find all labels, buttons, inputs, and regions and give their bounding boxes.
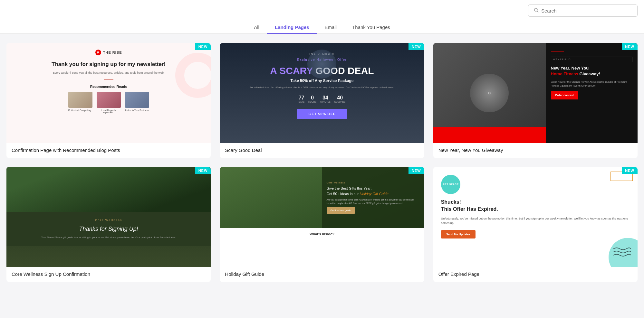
card-title-3: New Year, New You Giveaway	[433, 143, 638, 158]
count-hours: 0 HOURS	[308, 95, 316, 103]
count-minutes: 34 MINUTES	[320, 95, 331, 103]
red-line	[551, 51, 564, 51]
tab-thank-you[interactable]: Thank You Pages	[344, 21, 398, 34]
gift-image: Core Wellness Give the Best Gifts this Y…	[220, 167, 424, 228]
minutes-label: MINUTES	[320, 101, 331, 103]
days-num: 77	[299, 95, 304, 101]
hours-label: HOURS	[308, 101, 316, 103]
blog-thumb-2	[97, 92, 121, 108]
wellness-heading: Thanks for Signing Up!	[79, 226, 138, 232]
new-badge-5: NEW	[409, 167, 424, 174]
card-preview-expired: NEW ART SPACE Shucks! This Offer Has Exp…	[433, 167, 638, 267]
blog-item-3: Listen to Your Business	[124, 92, 150, 114]
seconds-label: SECONDS	[334, 101, 346, 103]
new-badge-1: NEW	[195, 43, 211, 50]
divider-1	[104, 80, 113, 80]
search-input[interactable]	[541, 8, 632, 14]
newyear-text: WAKEFIELD New Year, New You Home Fitness…	[546, 43, 638, 143]
pine-image	[6, 167, 211, 212]
new-badge-2: NEW	[409, 43, 424, 50]
top-bar	[0, 0, 644, 21]
countdown-row: 77 DAYS 0 HOURS 34 MINUTES 40 SECONDS	[299, 95, 346, 103]
count-days: 77 DAYS	[299, 95, 305, 103]
blog-label-1: 19 Kinds of Compelling...	[68, 109, 93, 111]
gift-title: Give the Best Gifts this Year: Get 50+ I…	[327, 186, 420, 196]
blog-item-2: Lead Magnets Explained...	[96, 92, 121, 114]
search-icon	[533, 7, 539, 14]
gift-orange-text: Holiday Gift Guide	[360, 192, 389, 196]
brand-logo-1: R THE RISE	[95, 50, 122, 55]
card-title-4: Core Wellness Sign Up Confirmation	[6, 267, 211, 282]
logo-icon-1: R	[95, 50, 101, 55]
days-label: DAYS	[299, 101, 305, 103]
core-logo-2: Core Wellness	[327, 182, 420, 184]
newyear-heading: New Year, New You Home Fitness Giveaway!	[551, 65, 632, 77]
count-seconds: 40 SECONDS	[334, 95, 346, 103]
art-space-logo: ART SPACE	[441, 175, 460, 194]
minutes-num: 34	[322, 95, 328, 101]
card-preview-gift: NEW Core Wellness Give the Best Gifts th…	[220, 167, 424, 267]
search-box[interactable]	[528, 5, 638, 17]
newyear-desc: Enter Now for the Chance To Win An Exclu…	[551, 80, 632, 88]
card-new-year[interactable]: NEW ⚙ WAKEFIELD New Year, New You Home F…	[433, 43, 638, 158]
hours-num: 0	[311, 95, 314, 101]
card-preview-wellness: NEW Core Wellness Thanks for Signing Up!…	[6, 167, 211, 267]
card-confirmation[interactable]: NEW R THE RISE Thank you for signing up …	[6, 43, 211, 158]
new-badge-6: NEW	[622, 167, 638, 174]
brand-name-1: THE RISE	[103, 51, 122, 54]
gift-text-overlay: Core Wellness Give the Best Gifts this Y…	[322, 167, 424, 228]
blog-item-1: 19 Kinds of Compelling...	[67, 92, 93, 114]
gym-image: ⚙	[433, 43, 546, 143]
get-guide-button[interactable]: Get the free guide	[327, 207, 355, 214]
heading-red: Home Fitness	[551, 71, 578, 76]
svg-line-1	[537, 11, 538, 12]
card-offer-expired[interactable]: NEW ART SPACE Shucks! This Offer Has Exp…	[433, 167, 638, 282]
page-nav: All Landing Pages Email Thank You Pages	[0, 21, 644, 34]
scary-word: A SCARY	[270, 65, 312, 76]
expired-desc: Unfortunately, you've missed out on the …	[441, 216, 630, 226]
blog-row: 19 Kinds of Compelling... Lead Magnets E…	[67, 92, 150, 114]
heading-white: New Year, New You	[551, 66, 589, 70]
blog-label-2: Lead Magnets Explained...	[96, 109, 121, 114]
blog-thumb-3	[125, 92, 149, 108]
tab-all[interactable]: All	[246, 21, 267, 34]
card-title-5: Holiday Gift Guide	[220, 267, 424, 282]
weight-icon: ⚙	[470, 74, 509, 112]
moon-decoration	[307, 50, 336, 79]
pine-overlay	[6, 167, 211, 212]
card-scary-deal[interactable]: NEW INSTA MEDIA Exclusive Halloween Offe…	[220, 43, 424, 158]
new-badge-4: NEW	[195, 167, 211, 174]
decorative-circle	[175, 53, 211, 98]
send-updates-button[interactable]: Send Me Updates	[441, 230, 476, 238]
tab-email[interactable]: Email	[317, 21, 345, 34]
card-title-1: Confirmation Page with Recommended Blog …	[6, 143, 211, 158]
card-preview-newyear: NEW ⚙ WAKEFIELD New Year, New You Home F…	[433, 43, 638, 143]
new-badge-3: NEW	[622, 43, 638, 50]
template-grid: NEW R THE RISE Thank you for signing up …	[0, 34, 644, 291]
seconds-num: 40	[337, 95, 343, 101]
wakefield-brand: WAKEFIELD	[551, 57, 632, 62]
card-preview-scary: NEW INSTA MEDIA Exclusive Halloween Offe…	[220, 43, 424, 143]
red-bar	[433, 127, 546, 143]
wellness-body: Your Secret Santa gift guide is now sitt…	[41, 236, 176, 240]
whats-inside: What's inside?	[220, 228, 424, 240]
core-logo: Core Wellness	[95, 219, 122, 222]
blog-thumb-1	[68, 92, 92, 108]
blog-label-3: Listen to Your Business	[125, 109, 149, 111]
preview-heading-1: Thank you for signing up for my newslett…	[52, 61, 166, 68]
gift-desc: Are you strapped for some cash AND ideas…	[327, 198, 420, 205]
card-preview-confirmation: NEW R THE RISE Thank you for signing up …	[6, 43, 211, 143]
card-title-2: Scary Good Deal	[220, 143, 424, 158]
section-title-1: Recommended Reads	[90, 85, 127, 89]
card-core-wellness[interactable]: NEW Core Wellness Thanks for Signing Up!…	[6, 167, 211, 282]
wellness-text: Core Wellness Thanks for Signing Up! You…	[6, 212, 211, 246]
wave-decoration	[612, 246, 631, 260]
scary-subtitle: Take 50% off Any Service Package	[290, 79, 353, 83]
enter-contest-button[interactable]: Enter contest	[551, 91, 579, 99]
card-gift-guide[interactable]: NEW Core Wellness Give the Best Gifts th…	[220, 167, 424, 282]
preview-body-1: Every week I'll send you all the best re…	[53, 71, 165, 75]
get-50-button[interactable]: GET 50% OFF	[297, 109, 347, 119]
expired-heading: Shucks! This Offer Has Expired.	[441, 199, 630, 213]
tab-landing-pages[interactable]: Landing Pages	[267, 21, 317, 34]
scary-body: For a limited time, I'm offering all new…	[250, 86, 394, 90]
